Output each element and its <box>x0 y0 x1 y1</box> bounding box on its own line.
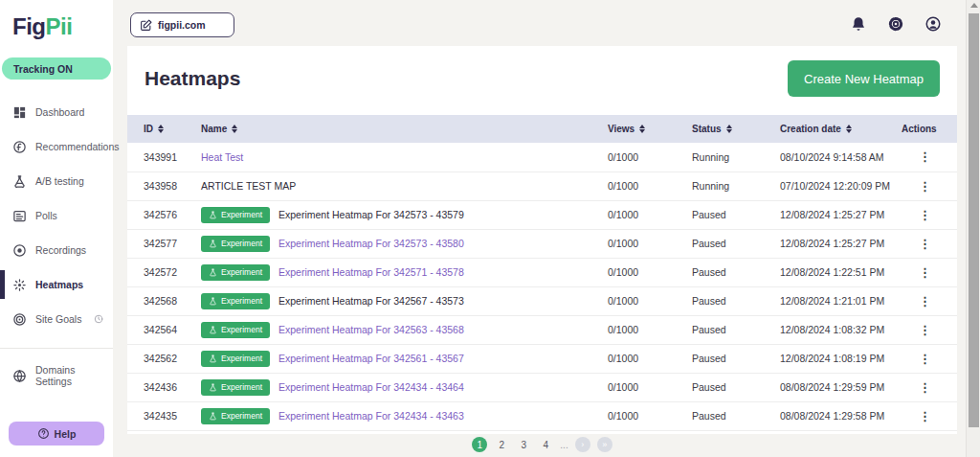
kebab-menu-icon[interactable]: ⋮ <box>902 265 931 280</box>
badge-label: Experiment <box>221 411 262 421</box>
heatmap-id: 342576 <box>127 200 201 229</box>
kebab-menu-icon[interactable]: ⋮ <box>902 294 931 308</box>
bell-icon[interactable] <box>850 15 867 33</box>
actions-cell: ⋮ <box>902 286 957 315</box>
sidebar-item-recommendations[interactable]: Recommendations <box>0 129 113 164</box>
sidebar-item-label: Polls <box>35 210 57 221</box>
creation-date: 07/10/2024 12:20:09 PM <box>780 171 902 200</box>
help-label: Help <box>55 428 77 440</box>
sidebar-item-domains-settings[interactable]: Domains Settings <box>0 358 113 393</box>
globe-icon <box>12 369 27 383</box>
recordings-icon <box>12 243 27 258</box>
column-label: Creation date <box>780 124 841 134</box>
page-number-2[interactable]: 2 <box>494 437 509 452</box>
kebab-menu-icon[interactable]: ⋮ <box>902 380 931 395</box>
experiment-badge: Experiment <box>201 351 270 367</box>
heatmap-name-link[interactable]: Experiment Heatmap For 342571 - 43578 <box>278 266 464 278</box>
heatmap-name-link[interactable]: ARTICLE TEST MAP <box>201 180 296 192</box>
page-number-4[interactable]: 4 <box>538 437 553 452</box>
heatmap-name-link[interactable]: Experiment Heatmap For 342434 - 43464 <box>278 381 464 393</box>
heatmap-name-cell: ExperimentExperiment Heatmap For 342573 … <box>201 200 608 229</box>
clock-icon <box>94 314 103 324</box>
chevron-down-icon <box>92 64 101 74</box>
scrollbar-thumb[interactable] <box>969 13 979 427</box>
next-page-button[interactable]: › <box>575 437 590 452</box>
badge-label: Experiment <box>221 210 262 219</box>
domain-selector[interactable]: figpii.com <box>130 12 234 37</box>
creation-date: 12/08/2024 1:25:27 PM <box>780 200 902 229</box>
flask-icon <box>209 240 217 248</box>
sidebar-item-site-goals[interactable]: Site Goals <box>0 302 113 336</box>
sort-arrows-icon[interactable] <box>232 125 237 133</box>
table-row: 342562ExperimentExperiment Heatmap For 3… <box>127 344 957 373</box>
sidebar-item-label: Site Goals <box>35 313 81 325</box>
kebab-menu-icon[interactable]: ⋮ <box>902 352 931 366</box>
kebab-menu-icon[interactable]: ⋮ <box>902 149 931 164</box>
column-header-views[interactable]: Views <box>608 115 692 143</box>
sidebar-divider <box>0 348 113 349</box>
scrollbar-up-arrow[interactable] <box>970 3 978 8</box>
tracking-toggle-button[interactable]: Tracking ON <box>2 57 111 80</box>
logo-fig: Fig <box>12 13 46 39</box>
column-header-creation-date[interactable]: Creation date <box>780 115 902 143</box>
flask-icon <box>209 326 217 334</box>
heatmap-name-link[interactable]: Experiment Heatmap For 342573 - 43579 <box>278 209 464 220</box>
heatmap-id: 342435 <box>127 401 201 430</box>
sort-arrows-icon[interactable] <box>726 125 732 133</box>
question-circle-icon <box>37 427 50 440</box>
heatmap-name-link[interactable]: Experiment Heatmap For 342573 - 43580 <box>278 238 464 249</box>
sidebar-item-a-b-testing[interactable]: A/B testing <box>0 164 113 198</box>
sidebar-item-label: Domains Settings <box>35 364 113 387</box>
heatmap-id: 342562 <box>127 344 201 373</box>
kebab-menu-icon[interactable]: ⋮ <box>902 409 931 423</box>
last-page-button[interactable]: » <box>597 437 612 452</box>
heatmap-name-link[interactable]: Experiment Heatmap For 342567 - 43573 <box>278 295 464 307</box>
kebab-menu-icon[interactable]: ⋮ <box>902 179 931 194</box>
table-row: 342577ExperimentExperiment Heatmap For 3… <box>127 229 957 258</box>
account-icon[interactable] <box>924 15 942 33</box>
sidebar-item-dashboard[interactable]: Dashboard <box>0 95 113 129</box>
creation-date: 08/10/2024 9:14:58 AM <box>780 143 902 171</box>
sidebar-item-label: A/B testing <box>35 175 84 187</box>
sort-arrows-icon[interactable] <box>158 125 164 133</box>
help-button[interactable]: Help <box>9 422 104 446</box>
heatmap-name-cell: ExperimentExperiment Heatmap For 342571 … <box>201 258 608 286</box>
heatmaps-table: IDNameViewsStatusCreation dateActions 34… <box>127 115 957 431</box>
kebab-menu-icon[interactable]: ⋮ <box>902 208 931 222</box>
heatmap-name-cell: ARTICLE TEST MAP <box>201 171 608 200</box>
kebab-menu-icon[interactable]: ⋮ <box>902 323 931 337</box>
pagination: 1234...›» <box>127 435 957 454</box>
experiment-badge: Experiment <box>201 408 270 424</box>
column-header-name[interactable]: Name <box>201 115 608 143</box>
heatmap-name-link[interactable]: Experiment Heatmap For 342434 - 43463 <box>278 410 464 422</box>
create-new-heatmap-button[interactable]: Create New Heatmap <box>788 60 940 97</box>
kebab-menu-icon[interactable]: ⋮ <box>902 237 931 251</box>
badge-label: Experiment <box>221 325 262 334</box>
heatmap-id: 343958 <box>127 171 201 200</box>
column-header-id[interactable]: ID <box>127 115 201 143</box>
table-row: 342572ExperimentExperiment Heatmap For 3… <box>127 258 957 286</box>
heatmap-name-link[interactable]: Experiment Heatmap For 342563 - 43568 <box>278 324 464 335</box>
creation-date: 12/08/2024 1:25:27 PM <box>780 229 902 258</box>
views-count: 0/1000 <box>608 258 692 286</box>
sort-arrows-icon[interactable] <box>639 125 645 133</box>
actions-cell: ⋮ <box>902 373 957 401</box>
column-label: Status <box>692 124 722 134</box>
sidebar-item-polls[interactable]: Polls <box>0 198 113 233</box>
page-number-1[interactable]: 1 <box>472 437 487 452</box>
sidebar-item-recordings[interactable]: Recordings <box>0 233 113 267</box>
status-text: Paused <box>692 286 780 315</box>
table-row: 343958ARTICLE TEST MAP0/1000Running07/10… <box>127 171 957 200</box>
sidebar-item-heatmaps[interactable]: Heatmaps <box>0 267 113 302</box>
topbar: figpii.com <box>113 0 980 46</box>
views-count: 0/1000 <box>608 200 692 229</box>
page-number-3[interactable]: 3 <box>516 437 531 452</box>
heatmap-name-link[interactable]: Heat Test <box>201 151 243 163</box>
heatmap-name-link[interactable]: Experiment Heatmap For 342561 - 43567 <box>278 353 464 364</box>
table-row: 342568ExperimentExperiment Heatmap For 3… <box>127 286 957 315</box>
sort-arrows-icon[interactable] <box>846 125 852 133</box>
site-goals-icon <box>12 312 27 327</box>
column-header-status[interactable]: Status <box>692 115 780 143</box>
page-scrollbar[interactable] <box>966 0 980 457</box>
gear-icon[interactable] <box>887 15 904 33</box>
